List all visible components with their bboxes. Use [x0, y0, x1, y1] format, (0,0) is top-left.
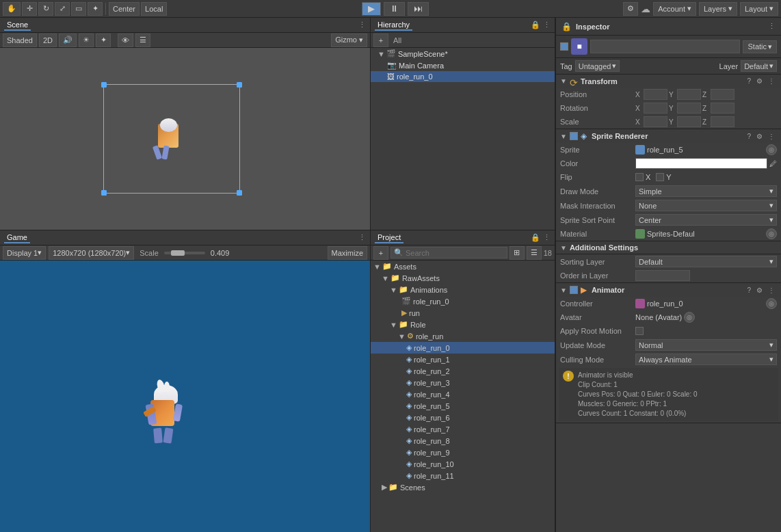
sel-handle-br[interactable]	[237, 190, 242, 196]
hierarchy-item-samplescene[interactable]: ▼ 🎬 SampleScene*	[371, 48, 555, 59]
project-role-run-11[interactable]: ◈ role_run_11	[371, 470, 555, 481]
project-search-input[interactable]	[406, 249, 504, 257]
step-button[interactable]: ⏭	[408, 2, 429, 16]
project-lock-icon[interactable]: 🔒	[531, 233, 540, 242]
project-role-run-0-anim[interactable]: 🎬 role_run_0	[371, 295, 555, 307]
project-scenes-folder[interactable]: ▶ 📁 Scenes	[371, 481, 555, 493]
project-role-run-7[interactable]: ◈ role_run_7	[371, 423, 555, 435]
sel-handle-tr[interactable]	[237, 82, 242, 88]
object-name-input[interactable]: role_run_0	[590, 40, 740, 53]
hand-tool[interactable]: ✋	[3, 2, 21, 16]
sprite-sort-dropdown[interactable]: Center ▾	[635, 214, 777, 226]
layers-btn[interactable]: Layers▾	[699, 2, 737, 16]
account-btn[interactable]: Account▾	[653, 2, 696, 16]
project-role-run-0[interactable]: ◈ role_run_0	[371, 342, 555, 354]
transform-header[interactable]: ▼ ⟳ Transform ? ⚙ ⋮	[556, 75, 781, 88]
project-role-run-1[interactable]: ◈ role_run_1	[371, 354, 555, 365]
hierarchy-add-btn[interactable]: +	[373, 34, 388, 47]
controller-select-btn[interactable]: ◎	[766, 298, 777, 309]
sel-handle-bl[interactable]	[101, 190, 107, 196]
tag-dropdown[interactable]: Untagged▾	[575, 60, 620, 72]
sprite-select-btn[interactable]: ◎	[766, 144, 777, 155]
scale-slider-thumb[interactable]	[171, 250, 185, 256]
avatar-select-btn[interactable]: ◎	[684, 312, 695, 323]
color-picker-icon[interactable]: 🖉	[769, 159, 777, 168]
pos-z-input[interactable]: 0	[711, 89, 734, 100]
layer-dropdown[interactable]: Default▾	[741, 60, 777, 72]
rot-x-input[interactable]: 0	[644, 103, 667, 114]
layers-view-btn[interactable]: ☰	[135, 34, 150, 47]
resolution-btn[interactable]: 1280x720 (1280x720) ▾	[49, 246, 134, 260]
game-menu-icon[interactable]: ⋮	[358, 233, 366, 241]
update-mode-dropdown[interactable]: Normal ▾	[635, 339, 777, 351]
scene-view-btn[interactable]: 👁	[118, 34, 133, 47]
transform-help-btn[interactable]: ?	[745, 77, 753, 85]
project-role-run-4[interactable]: ◈ role_run_4	[371, 388, 555, 400]
project-role-folder[interactable]: ▼ 📁 Role	[371, 319, 555, 330]
sprite-renderer-checkbox[interactable]	[570, 132, 578, 140]
2d-btn[interactable]: 2D	[39, 34, 57, 47]
order-in-layer-input[interactable]: 0	[635, 270, 690, 281]
audio-btn[interactable]: 🔊	[59, 34, 77, 47]
flip-x-checkbox[interactable]	[635, 173, 644, 181]
shading-btn[interactable]: Shaded	[3, 34, 37, 47]
project-grid-btn[interactable]: ⊞	[509, 246, 525, 260]
scale-slider[interactable]	[164, 252, 205, 254]
project-role-run-folder[interactable]: ▼ ⚙ role_run	[371, 330, 555, 342]
project-role-run-9[interactable]: ◈ role_run_9	[371, 447, 555, 458]
rotate-tool[interactable]: ↻	[38, 2, 53, 16]
pivot-btn[interactable]: Center	[109, 2, 140, 16]
game-tab[interactable]: Game	[4, 232, 30, 243]
animator-menu-btn[interactable]: ⋮	[766, 286, 777, 295]
culling-mode-dropdown[interactable]: Always Animate ▾	[635, 354, 777, 365]
space-btn[interactable]: Local	[141, 2, 167, 16]
animator-header[interactable]: ▼ ▶ Animator ? ⚙ ⋮	[556, 283, 781, 297]
transform-menu-btn[interactable]: ⋮	[766, 77, 777, 85]
project-menu-icon[interactable]: ⋮	[543, 233, 551, 242]
scene-tab[interactable]: Scene	[4, 20, 31, 31]
gizmos-btn[interactable]: Gizmо ▾	[331, 34, 367, 47]
project-role-run-5[interactable]: ◈ role_run_5	[371, 400, 555, 412]
sprite-renderer-menu-btn[interactable]: ⋮	[766, 132, 777, 141]
scale-tool[interactable]: ⤢	[55, 2, 70, 16]
mask-interaction-dropdown[interactable]: None ▾	[635, 200, 777, 211]
animator-help-btn[interactable]: ?	[745, 286, 753, 295]
maximize-btn[interactable]: Maximize	[328, 246, 367, 260]
project-role-run-10[interactable]: ◈ role_run_10	[371, 458, 555, 470]
sprite-renderer-help-btn[interactable]: ?	[745, 132, 753, 141]
collab-btn[interactable]: ⚙	[623, 2, 638, 16]
animator-checkbox[interactable]	[570, 286, 578, 294]
rect-tool[interactable]: ▭	[71, 2, 86, 16]
color-picker[interactable]	[635, 158, 767, 169]
scale-z-input[interactable]: 3	[711, 116, 734, 127]
layout-btn[interactable]: Layout▾	[740, 2, 778, 16]
project-add-btn[interactable]: +	[373, 246, 388, 260]
project-rawassets-folder[interactable]: ▼ 📁 RawAssets	[371, 272, 555, 284]
material-select-btn[interactable]: ◎	[766, 228, 777, 239]
project-role-run-8[interactable]: ◈ role_run_8	[371, 435, 555, 447]
fx-btn[interactable]: ✦	[96, 34, 111, 47]
rot-y-input[interactable]: 0	[677, 103, 701, 114]
flip-y-checkbox[interactable]	[656, 173, 664, 181]
project-run-clip[interactable]: ▶ run	[371, 307, 555, 319]
move-tool[interactable]: ✛	[22, 2, 37, 16]
transform-settings-btn[interactable]: ⚙	[754, 77, 765, 85]
pos-x-input[interactable]: 0	[644, 89, 667, 100]
project-filter-btn[interactable]: ☰	[527, 246, 542, 260]
hierarchy-item-role-run-0[interactable]: 🖼 role_run_0	[371, 71, 555, 82]
scale-y-input[interactable]: 3	[677, 116, 701, 127]
additional-settings-header[interactable]: ▼ Additional Settings	[556, 241, 781, 254]
scale-x-input[interactable]: 3	[644, 116, 667, 127]
draw-mode-dropdown[interactable]: Simple ▾	[635, 185, 777, 197]
rot-z-input[interactable]: 0	[711, 103, 734, 114]
inspector-lock-icon[interactable]: 🔒	[561, 22, 572, 31]
hierarchy-lock-icon[interactable]: 🔒	[531, 21, 540, 29]
scene-menu-icon[interactable]: ⋮	[358, 21, 366, 29]
pos-y-input[interactable]: 0	[677, 89, 701, 100]
scene-viewport[interactable]	[0, 48, 370, 230]
project-role-run-2[interactable]: ◈ role_run_2	[371, 365, 555, 377]
transform-tool[interactable]: ✦	[88, 2, 103, 16]
apply-root-checkbox[interactable]	[635, 327, 644, 335]
project-role-run-6[interactable]: ◈ role_run_6	[371, 412, 555, 423]
hierarchy-menu-icon[interactable]: ⋮	[543, 21, 551, 29]
